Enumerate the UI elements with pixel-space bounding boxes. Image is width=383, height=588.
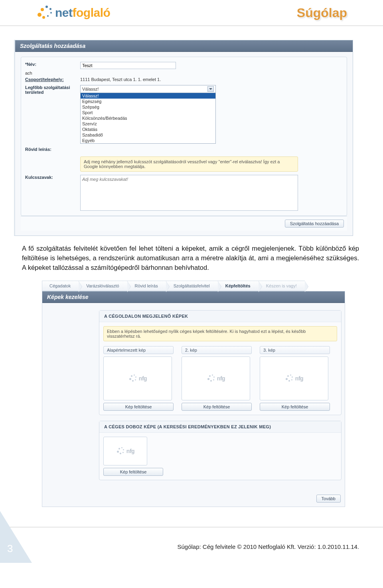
thumb-placeholder: nfg (103, 437, 147, 465)
screenshot-images-panel: Cégadatok Varázslóválasztó Rövid leírás … (42, 281, 345, 507)
area-selected-value: Válassz! (82, 87, 99, 91)
panel-title: Szolgáltatás hozzáadása (15, 40, 353, 52)
upload-button[interactable]: Kép feltöltése (260, 403, 330, 411)
thumb-slot: 2. kép nfg Kép feltöltése (182, 346, 252, 411)
keywords-label: Kulcsszavak: (25, 175, 80, 180)
thumb-label: 2. kép (182, 346, 252, 354)
logo-icon (36, 4, 53, 22)
name-input[interactable] (80, 62, 176, 69)
next-button[interactable]: Tovább (316, 495, 341, 503)
crumb-active[interactable]: Képfeltöltés (218, 281, 259, 291)
nfg-placeholder-icon: nfg (285, 374, 303, 383)
crumb[interactable]: Varázslóválasztó (79, 281, 127, 291)
thumb-label: 3. kép (260, 346, 330, 354)
screenshot-form-add-service: Szolgáltatás hozzáadása *Név: ach Csopor… (14, 40, 353, 236)
logo-text-2: foglaló (73, 6, 111, 19)
page-footer: 3 Súgólap: Cég felvitele © 2010 Netfogla… (0, 527, 383, 563)
page-title: Súgólap (297, 6, 347, 20)
nfg-placeholder-icon: nfg (207, 374, 225, 383)
area-option[interactable]: Sport (81, 110, 215, 115)
area-option[interactable]: Szervíz (81, 121, 215, 127)
section-box-image: A CÉGES DOBOZ KÉPE (A KERESÉSI EREDMÉNYE… (99, 421, 342, 480)
breadcrumb: Cégadatok Varázslóválasztó Rövid leírás … (42, 281, 345, 291)
logo-text-1: net (55, 6, 73, 19)
footer-triangle-decoration (0, 511, 32, 563)
crumb[interactable]: Szolgáltatásfelvitel (166, 281, 218, 291)
area-option[interactable]: Egyéb (81, 138, 215, 143)
thumb-slot: 3. kép nfg Kép feltöltése (260, 346, 330, 411)
area-option[interactable]: Szépség (81, 104, 215, 110)
nfg-placeholder-icon: nfg (116, 447, 134, 455)
add-service-button[interactable]: Szolgáltatás hozzáadása (285, 220, 344, 228)
name-label: *Név: (25, 62, 80, 67)
crumb-disabled: Készen is vagy! (259, 281, 305, 291)
crumb[interactable]: Cégadatok (42, 281, 79, 291)
thumb-label: Alapértelmezett kép (103, 346, 174, 354)
nfg-placeholder-icon: nfg (128, 374, 147, 383)
keywords-input[interactable] (80, 175, 298, 211)
panel-title-images: Képek kezelése (42, 291, 345, 303)
chevron-down-icon[interactable] (207, 86, 214, 92)
group-label: Csoport/telephely: (25, 77, 80, 82)
area-option[interactable]: Szabadidő (81, 132, 215, 138)
logo: netfoglaló (36, 4, 110, 22)
thumb-placeholder: nfg (182, 356, 250, 400)
section-hint: Ebben a lépésben lehetőséged nyílik cége… (103, 326, 337, 341)
thumb-slot: Alapértelmezett kép nfg Kép feltöltése (103, 346, 174, 411)
page-header: netfoglaló Súgólap (0, 0, 383, 26)
footer-text: Súgólap: Cég felvitele © 2010 Netfoglaló… (177, 543, 359, 550)
upload-button[interactable]: Kép feltöltése (182, 403, 252, 411)
page-number: 3 (7, 542, 13, 555)
area-label: Legfőbb szolgáltatási területed (25, 85, 80, 95)
group-value: 1111 Budapest, Teszt utca 1. 1. emelet 1… (80, 77, 161, 82)
thumb-placeholder: nfg (103, 356, 172, 400)
section-page-images: A CÉGOLDALON MEGJELENŐ KÉPEK Ebben a lép… (99, 310, 342, 415)
section-title: A CÉGOLDALON MEGJELENŐ KÉPEK (99, 311, 341, 322)
area-option[interactable]: Kölcsönzés/Bérbeadás (81, 115, 215, 121)
area-option[interactable]: Egészség (81, 99, 215, 104)
upload-button[interactable]: Kép feltöltése (103, 403, 174, 411)
crumb[interactable]: Rövid leírás (127, 281, 166, 291)
body-paragraph: A fő szolgáltatás felvitelét követően fe… (0, 236, 383, 281)
area-select[interactable]: Válassz! Válassz! Egészség Szépség Sport… (80, 85, 216, 144)
short-desc-label: Rövid leírás: (25, 147, 80, 152)
area-option[interactable]: Válassz! (81, 93, 215, 99)
thumb-slot-small: nfg Kép feltöltése (103, 437, 163, 476)
thumb-placeholder: nfg (260, 356, 328, 400)
section-title: A CÉGES DOBOZ KÉPE (A KERESÉSI EREDMÉNYE… (99, 421, 341, 433)
hint-box: Adj meg néhány jellemző kulcsszót szolgá… (80, 156, 298, 172)
upload-button[interactable]: Kép feltöltése (103, 468, 163, 476)
area-option[interactable]: Oktatás (81, 127, 215, 132)
area-dropdown[interactable]: Válassz! Egészség Szépség Sport Kölcsönz… (80, 93, 216, 144)
